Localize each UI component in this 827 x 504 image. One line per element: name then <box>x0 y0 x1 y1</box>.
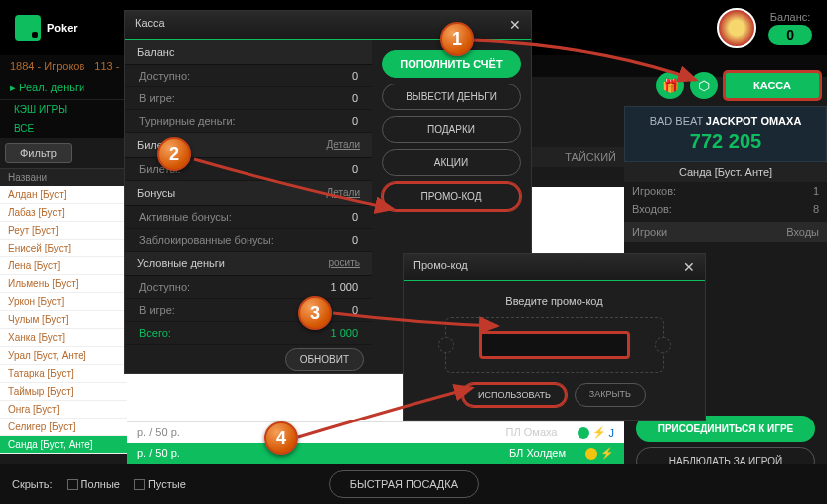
game-row[interactable]: Татарка [Буст] <box>0 365 127 383</box>
balance-label: Баланс: <box>768 11 812 23</box>
game-row[interactable]: Ханка [Буст] <box>0 329 127 347</box>
logo-text: Poker <box>47 22 78 34</box>
game-row[interactable]: Енисей [Буст] <box>0 240 127 257</box>
left-sidebar: Реал. деньги КЭШ ИГРЫ ВСЕ Фильтр Названи… <box>0 77 127 454</box>
kassa-button[interactable]: КАССА <box>724 71 821 100</box>
callout-4: 4 <box>264 421 298 455</box>
use-promo-button[interactable]: ИСПОЛЬЗОВАТЬ <box>462 383 567 407</box>
update-button[interactable]: ОБНОВИТ <box>285 348 364 371</box>
full-checkbox[interactable]: Полные <box>67 478 120 491</box>
game-row[interactable]: Реут [Буст] <box>0 222 127 240</box>
game-holdem: БЛ Холдем <box>509 447 566 460</box>
bonuses-details-link[interactable]: Детали <box>327 187 360 199</box>
promo-ticket <box>445 317 664 373</box>
section-play-money: Условные деньгиросить <box>125 252 372 276</box>
game-row[interactable]: Уркон [Буст] <box>0 293 127 311</box>
game-row[interactable]: Лена [Буст] <box>0 257 127 275</box>
game-row[interactable]: Урал [Буст, Анте] <box>0 347 127 365</box>
close-icon[interactable]: ✕ <box>683 259 695 275</box>
game-row-selected[interactable]: Санда [Буст, Анте] <box>0 436 127 454</box>
section-balance: Баланс <box>125 40 372 65</box>
game-row[interactable]: Ильмень [Буст] <box>0 275 127 293</box>
callout-2: 2 <box>157 137 191 171</box>
balance-box: Баланс: 0 <box>768 11 812 45</box>
logo-icon <box>15 15 41 41</box>
game-row[interactable]: Онга [Буст] <box>0 401 127 419</box>
logo: Poker <box>15 15 78 41</box>
game-row[interactable]: Таймыр [Буст] <box>0 383 127 401</box>
avatar[interactable] <box>717 8 756 48</box>
game-row[interactable]: Селигер [Буст] <box>0 419 127 436</box>
col-chinese: ТАЙСКИЙ <box>557 147 624 167</box>
kassa-title: Касса <box>135 17 165 33</box>
section-bonuses: БонусыДетали <box>125 181 372 206</box>
gifts-button[interactable]: ПОДАРКИ <box>382 116 521 143</box>
row-total: Всего:1 000 <box>125 322 372 345</box>
filter-button[interactable]: Фильтр <box>5 143 72 163</box>
tickets-details-link[interactable]: Детали <box>327 139 360 151</box>
withdraw-button[interactable]: ВЫВЕСТИ ДЕНЬГИ <box>382 84 521 110</box>
close-promo-button[interactable]: ЗАКРЫТЬ <box>575 383 646 407</box>
balance-value[interactable]: 0 <box>768 25 812 45</box>
nav-real-money[interactable]: Реал. деньги <box>0 77 127 100</box>
row-play-ingame: В игре:0 <box>125 299 372 322</box>
row-ingame: В игре:0 <box>125 87 372 110</box>
status-dot-icon <box>578 427 589 439</box>
games-col-name: Названи <box>0 169 127 186</box>
game-row[interactable]: Лабаз [Буст] <box>0 204 127 222</box>
jackpot-panel: BAD BEAT JACKPOT ОМАХА 772 205 <box>624 106 827 162</box>
rate: р. / 50 р. <box>137 447 489 460</box>
game-type-row[interactable]: р. / 50 р. ПЛ Омаха ⚡J <box>127 421 624 443</box>
players-info: Игроков:1 <box>624 182 827 200</box>
game-omaha: ПЛ Омаха <box>506 426 558 439</box>
row-blocked-bonuses: Заблокированные бонусы:0 <box>125 229 372 252</box>
request-link[interactable]: росить <box>329 257 361 269</box>
empty-checkbox[interactable]: Пустые <box>134 478 186 491</box>
nav-cash-games[interactable]: КЭШ ИГРЫ <box>0 100 127 119</box>
promo-modal: Промо-код ✕ Введите промо-код ИСПОЛЬЗОВА… <box>403 253 706 421</box>
players-header: ИгрокиВходы <box>624 222 827 242</box>
row-tourn: Турнирные деньги:0 <box>125 110 372 133</box>
game-row[interactable]: Алдан [Буст] <box>0 186 127 204</box>
callout-1: 1 <box>440 22 474 56</box>
gift-icon[interactable]: 🎁 <box>656 72 684 99</box>
row-play-avail: Доступно:1 000 <box>125 276 372 299</box>
row-available: Доступно:0 <box>125 65 372 87</box>
jackpot-title: BAD BEAT JACKPOT ОМАХА <box>633 115 818 127</box>
rate: р. / 50 р. <box>137 426 486 439</box>
jackpot-value: 772 205 <box>633 130 818 153</box>
callout-3: 3 <box>298 296 332 330</box>
status-dot-icon <box>585 448 597 460</box>
nav-all[interactable]: ВСЕ <box>0 119 127 138</box>
game-info-title: Санда [Буст. Анте] <box>624 162 827 182</box>
promo-code-input[interactable] <box>480 332 629 358</box>
game-list: Названи Алдан [Буст] Лабаз [Буст] Реут [… <box>0 168 127 454</box>
players-count: 1884 - Игроков <box>10 60 84 72</box>
row-active-bonuses: Активные бонусы:0 <box>125 206 372 229</box>
promo-code-button[interactable]: ПРОМО-КОД <box>382 182 521 211</box>
promo-title: Промо-код <box>414 259 468 275</box>
close-icon[interactable]: ✕ <box>509 17 521 33</box>
quick-seat-button[interactable]: БЫСТРАЯ ПОСАДКА <box>329 470 479 498</box>
game-type-row-selected[interactable]: р. / 50 р. БЛ Холдем ⚡ <box>127 443 624 464</box>
promo-titlebar: Промо-код ✕ <box>404 254 705 281</box>
hide-label: Скрыть: <box>12 478 53 490</box>
bottom-bar: Скрыть: Полные Пустые БЫСТРАЯ ПОСАДКА <box>0 464 827 504</box>
star-icon[interactable]: ⬡ <box>690 72 718 99</box>
promos-button[interactable]: АКЦИИ <box>382 149 521 176</box>
balance-area: Баланс: 0 <box>717 8 812 48</box>
game-row[interactable]: Чулым [Буст] <box>0 311 127 329</box>
promo-prompt: Введите промо-код <box>417 295 691 307</box>
other-count: 113 - <box>94 60 119 72</box>
entries-info: Входов:8 <box>624 200 827 218</box>
